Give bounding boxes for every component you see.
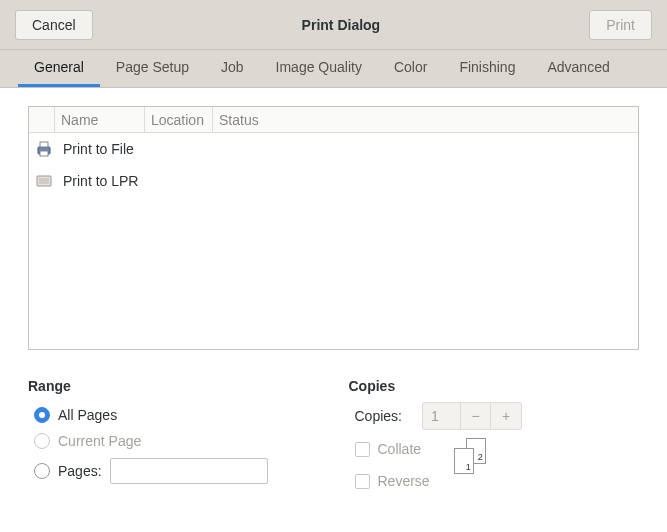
options: Range All Pages Current Page Pages: Copi… <box>0 360 667 494</box>
range-pages-option[interactable]: Pages: <box>28 454 319 488</box>
dialog-title: Print Dialog <box>302 17 381 33</box>
cancel-button[interactable]: Cancel <box>15 10 93 40</box>
range-group: Range All Pages Current Page Pages: <box>28 378 319 494</box>
checkbox-icon <box>355 474 370 489</box>
printer-row[interactable]: Print to File <box>29 133 638 165</box>
printer-list-header: Name Location Status <box>29 107 638 133</box>
radio-icon <box>34 463 50 479</box>
copies-label: Copies: <box>355 408 402 424</box>
tab-content: Name Location Status Print to File <box>0 88 667 360</box>
copies-title: Copies <box>349 378 640 394</box>
tab-general[interactable]: General <box>18 49 100 87</box>
tab-page-setup[interactable]: Page Setup <box>100 49 205 87</box>
col-status[interactable]: Status <box>213 107 638 132</box>
print-button[interactable]: Print <box>589 10 652 40</box>
reverse-label: Reverse <box>378 473 430 489</box>
tab-image-quality[interactable]: Image Quality <box>260 49 378 87</box>
range-title: Range <box>28 378 319 394</box>
copies-spinner: 1 − + <box>422 402 522 430</box>
copies-increment[interactable]: + <box>491 403 521 429</box>
printer-name: Print to LPR <box>63 173 138 189</box>
dialog-header: Cancel Print Dialog Print <box>0 0 667 50</box>
print-dialog: Cancel Print Dialog Print General Page S… <box>0 0 667 532</box>
copies-value[interactable]: 1 <box>423 403 461 429</box>
col-name[interactable]: Name <box>55 107 145 132</box>
radio-icon <box>34 433 50 449</box>
collate-label: Collate <box>378 441 422 457</box>
pages-input[interactable] <box>110 458 268 484</box>
collate-option: Collate <box>355 436 430 462</box>
col-location[interactable]: Location <box>145 107 213 132</box>
range-current-option: Current Page <box>28 428 319 454</box>
checkbox-icon <box>355 442 370 457</box>
col-icon[interactable] <box>29 107 55 132</box>
printer-list: Name Location Status Print to File <box>28 106 639 350</box>
reverse-option: Reverse <box>355 468 430 494</box>
tab-advanced[interactable]: Advanced <box>531 49 625 87</box>
svg-rect-2 <box>40 151 48 156</box>
printer-name: Print to File <box>63 141 134 157</box>
svg-rect-4 <box>39 178 49 184</box>
tab-job[interactable]: Job <box>205 49 260 87</box>
range-all-option[interactable]: All Pages <box>28 402 319 428</box>
printer-icon <box>33 140 55 158</box>
generic-printer-icon <box>33 172 55 190</box>
copies-decrement[interactable]: − <box>461 403 491 429</box>
svg-rect-1 <box>40 142 48 147</box>
printer-row[interactable]: Print to LPR <box>29 165 638 197</box>
radio-icon <box>34 407 50 423</box>
tab-bar: General Page Setup Job Image Quality Col… <box>0 50 667 88</box>
copies-group: Copies Copies: 1 − + Collate Re <box>349 378 640 494</box>
tab-color[interactable]: Color <box>378 49 443 87</box>
printer-list-body: Print to File Print to LPR <box>29 133 638 197</box>
copies-options: Collate Reverse 2 1 <box>349 436 640 494</box>
range-current-label: Current Page <box>58 433 141 449</box>
page-1-icon: 1 <box>454 448 474 474</box>
range-all-label: All Pages <box>58 407 117 423</box>
copies-row: Copies: 1 − + <box>349 402 640 430</box>
range-pages-label: Pages: <box>58 463 102 479</box>
collate-icon: 2 1 <box>454 438 492 478</box>
tab-finishing[interactable]: Finishing <box>443 49 531 87</box>
